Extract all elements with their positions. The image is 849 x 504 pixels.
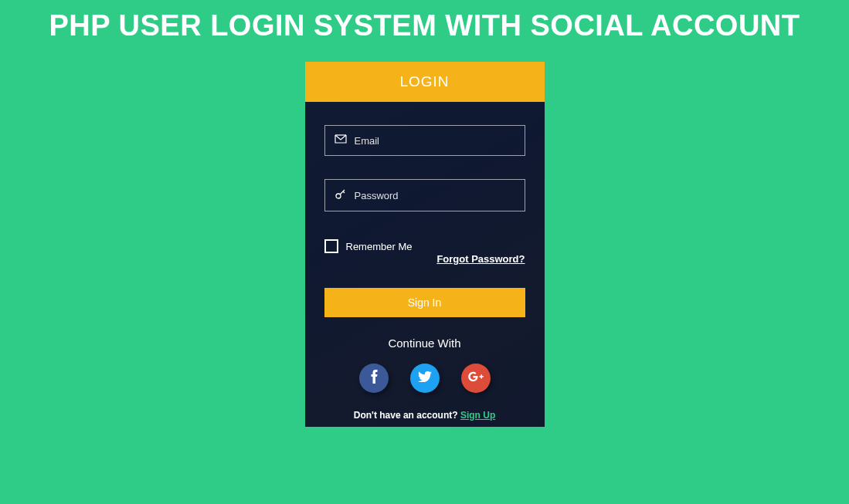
login-card: LOGIN Forgot Pa [305,62,545,427]
password-group [324,179,525,211]
key-icon [335,188,355,203]
remember-checkbox[interactable] [324,239,338,253]
continue-with-label: Continue With [324,337,525,350]
google-login-button[interactable] [461,364,491,393]
social-buttons-row [324,364,525,393]
login-header: LOGIN [305,62,545,102]
svg-line-2 [343,191,345,193]
twitter-icon [418,371,432,385]
page-title: PHP USER LOGIN SYSTEM WITH SOCIAL ACCOUN… [0,0,849,62]
email-group [324,125,525,156]
signup-prompt-row: Don't have an account? Sign Up [324,410,525,421]
forgot-password-link[interactable]: Forgot Password? [436,253,525,265]
login-body: Forgot Password? Remember Me Sign In Con… [305,102,545,427]
signin-button[interactable]: Sign In [324,288,525,317]
facebook-icon [370,370,378,387]
email-input[interactable] [355,135,515,147]
facebook-login-button[interactable] [359,364,389,393]
google-plus-icon [468,371,484,385]
email-icon [335,134,355,147]
signup-link[interactable]: Sign Up [460,410,495,421]
remember-group: Remember Me [324,239,413,253]
twitter-login-button[interactable] [410,364,440,393]
password-input[interactable] [355,190,515,201]
signup-prompt-text: Don't have an account? [354,410,460,421]
options-row: Forgot Password? Remember Me [324,235,525,272]
remember-label: Remember Me [346,241,413,252]
